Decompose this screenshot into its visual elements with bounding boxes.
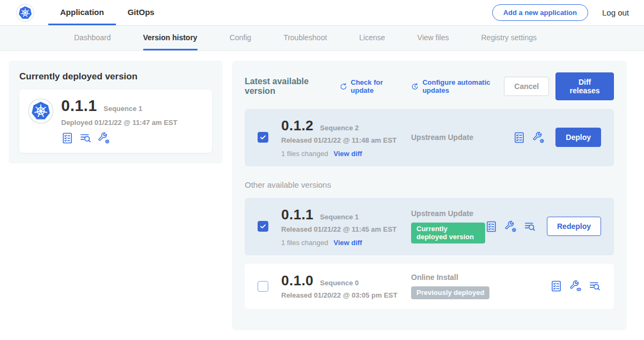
diff-releases-button[interactable]: Diff releases (555, 72, 614, 100)
tab-troubleshoot[interactable]: Troubleshoot (283, 26, 327, 50)
redeploy-button[interactable]: Redeploy (547, 217, 601, 236)
check-for-update-link[interactable]: Check for update (339, 78, 399, 94)
version-source-label: Upstream Update (411, 133, 513, 142)
tab-config[interactable]: Config (230, 26, 251, 50)
check-for-update-label: Check for update (351, 78, 399, 94)
nav-tab-application[interactable]: Application (48, 0, 116, 25)
view-config-icon[interactable] (569, 280, 582, 292)
currently-deployed-title: Currently deployed version (19, 71, 212, 82)
tab-registry-settings[interactable]: Registry settings (481, 26, 536, 50)
version-row-0-1-1: 0.1.1 Sequence 1 Released 01/21/22 @ 11:… (245, 198, 614, 255)
deploy-button[interactable]: Deploy (555, 128, 601, 147)
released-timestamp: Released 01/20/22 @ 03:05 pm EST (281, 291, 398, 300)
version-source-label: Upstream Update (411, 209, 485, 218)
edit-config-icon[interactable] (98, 132, 110, 144)
version-row-0-1-2: 0.1.2 Sequence 2 Released 01/21/22 @ 11:… (245, 109, 614, 166)
edit-config-icon[interactable] (504, 220, 517, 233)
edit-config-icon[interactable] (532, 131, 545, 144)
sequence-label: Sequence 1 (320, 213, 358, 221)
tab-dashboard[interactable]: Dashboard (74, 26, 111, 50)
app-logo (0, 0, 48, 25)
preflight-checklist-icon[interactable] (61, 132, 74, 144)
view-diff-link[interactable]: View diff (333, 239, 362, 247)
version-source-label: Online Install (411, 273, 550, 282)
clock-refresh-icon (411, 82, 419, 92)
version-history-panel: Latest available version Check for updat… (232, 61, 627, 330)
nav-tab-gitops[interactable]: GitOps (116, 0, 166, 25)
deploy-logs-icon[interactable] (524, 220, 536, 233)
view-diff-link[interactable]: View diff (333, 150, 362, 158)
released-timestamp: Released 01/21/22 @ 11:48 am EST (281, 136, 398, 145)
tab-version-history[interactable]: Version history (143, 26, 197, 50)
files-changed-label: 1 files changed (281, 239, 328, 247)
version-number: 0.1.2 (281, 117, 313, 134)
deploy-logs-icon[interactable] (589, 280, 601, 292)
deployed-version-card: 0.1.1 Sequence 1 Deployed 01/21/22 @ 11:… (19, 90, 212, 153)
version-number: 0.1.1 (281, 206, 313, 223)
sequence-label: Sequence 0 (320, 279, 358, 287)
previously-deployed-badge: Previously deployed (411, 286, 489, 299)
kubernetes-app-icon (28, 98, 54, 124)
files-changed-label: 1 files changed (281, 150, 328, 158)
other-available-versions-title: Other available versions (245, 180, 614, 189)
cancel-button[interactable]: Cancel (504, 77, 549, 96)
kubernetes-logo-icon (16, 4, 34, 22)
currently-deployed-panel: Currently deployed version 0.1.1 Sequenc… (9, 61, 223, 164)
version-row-0-1-0: 0.1.0 Sequence 0 Released 01/20/22 @ 03:… (245, 264, 614, 309)
configure-automatic-updates-label: Configure automatic updates (422, 78, 504, 94)
released-timestamp: Released 01/21/22 @ 11:45 am EST (281, 225, 398, 234)
tab-license[interactable]: License (359, 26, 385, 50)
deployed-sequence-label: Sequence 1 (104, 105, 142, 113)
logout-button[interactable]: Log out (602, 8, 629, 17)
version-number: 0.1.0 (281, 272, 313, 289)
top-nav: Application GitOps Add a new application… (0, 0, 644, 26)
preflight-checklist-icon[interactable] (485, 220, 497, 233)
deployed-version-number: 0.1.1 (61, 97, 97, 115)
refresh-icon (339, 82, 348, 92)
deployed-timestamp: Deployed 01/21/22 @ 11:47 am EST (61, 119, 177, 127)
preflight-checklist-icon[interactable] (513, 131, 525, 144)
checkmark-icon (259, 134, 267, 141)
latest-available-title: Latest available version (245, 77, 327, 96)
preflight-checklist-icon[interactable] (550, 280, 562, 292)
app-sub-nav: Dashboard Version history Config Trouble… (0, 26, 644, 51)
sequence-label: Sequence 2 (320, 124, 358, 132)
version-checkbox[interactable] (258, 221, 268, 232)
tab-view-files[interactable]: View files (418, 26, 449, 50)
version-checkbox[interactable] (258, 281, 268, 292)
version-checkbox[interactable] (258, 132, 268, 143)
add-new-application-button[interactable]: Add a new application (492, 4, 588, 21)
checkmark-icon (259, 223, 267, 230)
deploy-logs-icon[interactable] (79, 132, 92, 144)
currently-deployed-badge: Currently deployed version (411, 223, 485, 243)
configure-automatic-updates-link[interactable]: Configure automatic updates (411, 78, 504, 94)
